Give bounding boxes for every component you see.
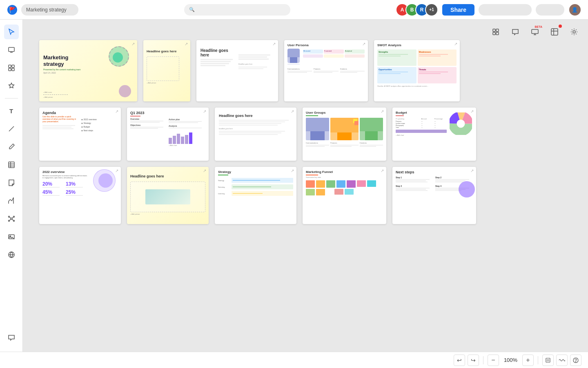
slide-5[interactable]: ↗ SWOT Analysis Strengths Weaknesses [374, 40, 460, 101]
canvas[interactable]: ↗ Marketingstrategy Presented by the con… [23, 20, 588, 352]
sidebar-item-text[interactable]: T [4, 103, 19, 118]
slide-10[interactable]: ↗ Budget IT spending Amount Percentage F… [392, 108, 476, 161]
svg-rect-3 [496, 32, 499, 35]
slide-14-accent [306, 175, 318, 175]
frames-button[interactable] [488, 25, 503, 39]
zoom-in-button[interactable]: + [522, 355, 534, 366]
ug-desc-1 [306, 145, 329, 147]
settings-button[interactable] [567, 25, 581, 39]
slide-7-add-chart: + Add chart [169, 144, 205, 146]
tag-2 [324, 54, 344, 58]
slide-8[interactable]: ↗ Headline goes here headline goes here [215, 108, 296, 161]
agenda-item-3: ◈ Budget [81, 126, 118, 128]
sidebar-item-line[interactable] [4, 121, 19, 136]
text-line-8 [238, 67, 267, 67]
help-button[interactable] [570, 355, 581, 366]
slide-10-left: Budget IT spending Amount Percentage Fin… [396, 111, 447, 136]
slide-7[interactable]: ↗ Q1 2023 Overview Objectives Action pla… [127, 108, 209, 161]
slide-9-photos [306, 118, 383, 140]
sidebar-item-chart[interactable] [4, 193, 19, 208]
undo-button[interactable]: ↩ [454, 355, 465, 366]
sidebar-item-sticky[interactable] [4, 175, 19, 190]
sidebar-item-image[interactable] [4, 229, 19, 244]
share-button[interactable]: Share [442, 4, 474, 16]
q1-line-3 [130, 127, 163, 128]
svg-point-19 [8, 220, 9, 222]
slide-3-left: Headline goes here [200, 44, 236, 97]
slide-15[interactable]: ↗ Next steps Step 1 Step 2 [392, 167, 476, 224]
slide-14[interactable]: ↗ Marketing Funnel Summarize key stats · [303, 167, 386, 224]
slide-1-circle-small [113, 52, 123, 63]
s-line [379, 54, 408, 55]
svg-rect-0 [493, 29, 495, 31]
slide-15-steps-grid: Step 1 Step 2 Step 3 [396, 176, 473, 191]
present-button[interactable]: BETA [528, 25, 542, 39]
br2-amount: — [421, 123, 434, 124]
slide-11-title: 2022 overview [42, 170, 87, 174]
sr2-label: Nurturing [218, 186, 230, 188]
text-line-3 [200, 63, 229, 64]
sidebar-item-mindmap[interactable] [4, 211, 19, 226]
waveform-button[interactable] [556, 355, 568, 366]
br4-label: Total [396, 127, 421, 128]
slide-4[interactable]: ↗ User Persona Motivated [284, 40, 368, 101]
ns1-l3 [396, 182, 428, 182]
stat-45-val: 45% [42, 189, 64, 195]
slide-2[interactable]: ↗ Headline goes here + Add picture [143, 40, 190, 101]
strategy-row-3: Listening [218, 191, 293, 196]
slide-6-subtitle: Use this slide to provide a quick overvi… [42, 115, 79, 123]
slide-6[interactable]: ↗ Agenda Use this slide to provide a qui… [39, 108, 121, 161]
slide-11[interactable]: ↗ 2022 overview We had a successful year… [39, 167, 121, 224]
svg-point-21 [13, 220, 14, 222]
zoom-out-button[interactable]: − [488, 355, 499, 366]
sidebar-item-select[interactable] [4, 25, 19, 39]
slide-13-content: Strategy Strategy Nurturing [215, 167, 296, 201]
agenda-item-2: ◈ Strategy [81, 122, 118, 124]
sidebar-item-starred[interactable] [4, 79, 19, 93]
budget-row-4: Total — — [396, 127, 447, 128]
slide-13-title: Strategy [218, 170, 293, 174]
stat-25-line [66, 195, 83, 196]
slide-9[interactable]: ↗ User Groups [303, 108, 386, 161]
corner-arrow-6: ↗ [115, 109, 118, 114]
slide-9-desc [306, 145, 383, 147]
slide-7-action-plan: Action plan [169, 118, 205, 121]
topbar-btn-2[interactable] [536, 4, 564, 16]
f-line-1 [314, 71, 338, 72]
sidebar-item-pen[interactable] [4, 139, 19, 154]
slide-12[interactable]: ↗ Headline goes here + Add picture [127, 167, 209, 224]
file-name-pill[interactable]: Marketing strategy [21, 4, 78, 16]
sidebar-item-table[interactable] [4, 157, 19, 172]
slide-4-avatar-col [287, 49, 302, 65]
sidebar-item-embed[interactable] [4, 247, 19, 262]
text-line-1 [200, 59, 233, 60]
sidebar-item-components[interactable] [4, 61, 19, 75]
stat-13: 13% [66, 181, 87, 188]
multiboard-button[interactable] [547, 25, 562, 39]
redo-button[interactable]: ↪ [468, 355, 479, 366]
slide-1[interactable]: ↗ Marketingstrategy Presented by the con… [39, 40, 137, 101]
slide-7-content: Q1 2023 Overview Objectives Action plan … [127, 108, 209, 150]
sr3-inner [233, 193, 263, 194]
stat-25-val: 25% [66, 189, 87, 195]
sidebar-item-slides[interactable] [4, 43, 19, 57]
slide-3[interactable]: ↗ Headline goes here Headline goes here [196, 40, 278, 101]
search-bar[interactable]: 🔍 [184, 4, 290, 16]
o-line-2 [379, 73, 401, 74]
slide-13[interactable]: ↗ Strategy Strategy Nurturing [215, 167, 296, 224]
slide-4-cols: Motivated Frustrated Analytical [287, 49, 365, 65]
br4-pct: — [434, 127, 447, 128]
ns2-l3 [435, 182, 463, 182]
sidebar-item-comment[interactable] [4, 330, 19, 345]
svg-line-20 [9, 220, 11, 221]
fit-button[interactable] [542, 355, 554, 366]
ns3-l3 [396, 190, 428, 191]
tag-3 [345, 54, 365, 58]
comments-button[interactable] [508, 25, 523, 39]
corner-arrow-9: ↗ [381, 109, 384, 114]
topbar-right-pill[interactable] [479, 4, 532, 16]
h8-l3 [219, 123, 281, 124]
a-line-2 [42, 127, 71, 128]
budget-row-1: Finances — — [396, 121, 447, 122]
stat-45: 45% [42, 189, 64, 196]
